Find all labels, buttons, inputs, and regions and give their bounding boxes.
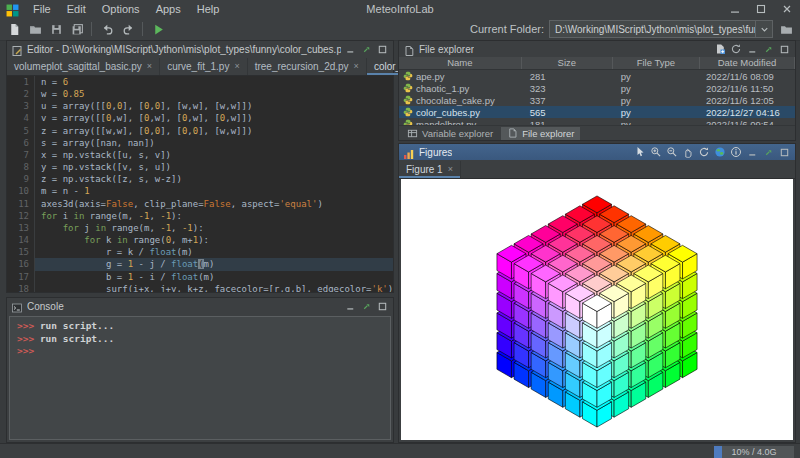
float-button[interactable] [359,43,373,56]
code-line[interactable]: 11axes3d(axis=False, clip_plane=False, a… [7,198,393,210]
new-page-button[interactable] [713,43,727,56]
file-table-header: NameSizeFile TypeDate Modified [399,57,795,70]
code-line[interactable]: 15 r = k / float(m) [7,246,393,258]
tab-close-icon[interactable]: × [234,62,239,71]
console-line: >>> run script... [17,333,390,346]
maximize-button[interactable] [777,43,791,56]
code-line[interactable]: 7x = np.vstack([u, s, v]) [7,149,393,161]
column-header-date-modified[interactable]: Date Modified [700,57,795,69]
menu-help[interactable]: Help [189,0,228,18]
new-file-button[interactable] [5,20,24,38]
page-icon [403,45,415,57]
file-name-cell: chocolate_cake.py [399,95,522,106]
code-line[interactable]: 17 b = 1 - i / float(m) [7,271,393,283]
rotate-button[interactable] [697,146,711,159]
file-row[interactable]: ape.py281py2022/11/6 08:09 [399,70,795,82]
refresh-button[interactable] [729,43,743,56]
figure-canvas[interactable] [401,179,793,440]
float-button[interactable] [761,146,775,159]
run-button[interactable] [149,20,168,38]
float-button[interactable] [359,300,373,313]
code-line[interactable]: 2w = 0.85 [7,88,393,100]
pointer-button[interactable] [633,146,647,159]
maximize-button[interactable] [375,300,389,313]
current-folder-combo[interactable]: D:\Working\MIScript\Jython\mis\plot_type… [549,20,773,38]
float-button[interactable] [761,43,775,56]
file-row[interactable]: chaotic_1.py323py2022/11/6 11:50 [399,82,795,94]
pan-button[interactable] [681,146,695,159]
code-line[interactable]: 10m = n - 1 [7,185,393,197]
maximize-button[interactable] [375,43,389,56]
toolbar-separator [142,22,143,36]
editor-tab[interactable]: curve_fit_1.py× [160,58,248,75]
open-folder-button[interactable] [26,20,45,38]
code-line[interactable]: 8y = np.vstack([v, s, u]) [7,161,393,173]
editor-tab-bar: volumeplot_sagittal_basic.py×curve_fit_1… [7,57,393,76]
code-line[interactable]: 18 surf(i+x, j+y, k+z, facecolor=[r,g,b]… [7,283,393,292]
maximize-icon [779,44,790,55]
win-maximize-button[interactable] [748,0,774,18]
code-editor[interactable]: 1n = 62w = 0.853u = array([[0,0], [0,0],… [7,76,393,292]
code-line[interactable]: 16 g = 1 - j / float(m) [7,258,393,270]
zoom-out-button[interactable] [665,146,679,159]
code-line[interactable]: 4v = array([[0,w], [0,w], [0,w], [0,w]]) [7,112,393,124]
tab-close-icon[interactable]: × [354,62,359,71]
bottom-tab-file-explorer[interactable]: File explorer [501,127,580,140]
code-line[interactable]: 9z = np.vstack([z, s, w-z]) [7,173,393,185]
minimize-button[interactable] [343,43,357,56]
code-line[interactable]: 14 for k in range(0, m+1): [7,234,393,246]
undo-button[interactable] [98,20,117,38]
chevron-down-icon[interactable] [755,21,772,37]
minimize-button[interactable] [343,300,357,313]
win-close-button[interactable] [774,0,800,18]
maximize-button[interactable] [777,146,791,159]
column-header-name[interactable]: Name [399,57,522,69]
editor-tab[interactable]: volumeplot_sagittal_basic.py× [7,58,160,75]
info-button[interactable] [729,146,743,159]
menu-apps[interactable]: Apps [148,0,189,18]
chevron-down-icon [759,24,770,35]
globe-button[interactable] [713,146,727,159]
console-line: >>> run script... [17,320,390,333]
menu-file[interactable]: File [25,0,59,18]
figure-tab[interactable]: Figure 1× [399,161,461,178]
file-type: py [613,95,700,106]
code-text: z = np.vstack([z, s, w-z]) [35,173,393,185]
tab-close-icon[interactable]: × [448,165,453,174]
minimize-button[interactable] [745,146,759,159]
menu-options[interactable]: Options [94,0,148,18]
minimize-button[interactable] [745,43,759,56]
file-modified: 2022/11/6 11:50 [700,83,795,94]
open-folder-icon [29,23,42,36]
menu-edit[interactable]: Edit [59,0,94,18]
file-row[interactable]: color_cubes.py565py2022/12/27 04:16 [399,106,795,118]
console-glyph-icon [11,302,23,314]
code-line[interactable]: 6s = array([nan, nan]) [7,137,393,149]
redo-icon [122,23,135,36]
file-row[interactable]: chocolate_cake.py337py2022/11/6 12:05 [399,94,795,106]
redo-button[interactable] [119,20,138,38]
code-text: w = 0.85 [35,88,393,100]
browse-folder-button[interactable] [776,20,796,38]
info-icon [730,146,742,158]
code-line[interactable]: 3u = array([[0,0], [0,0], [w,w], [w,w]]) [7,100,393,112]
win-minimize-button[interactable] [722,0,748,18]
console-output[interactable]: >>> run script...>>> run script...>>> [9,316,391,440]
column-header-size[interactable]: Size [522,57,613,69]
save-all-button[interactable] [68,20,87,38]
file-table: ape.py281py2022/11/6 08:09chaotic_1.py32… [399,70,795,130]
tab-close-icon[interactable]: × [147,62,152,71]
bottom-tab-variable-explorer[interactable]: Variable explorer [401,127,499,140]
save-button[interactable] [47,20,66,38]
zoom-in-button[interactable] [649,146,663,159]
code-line[interactable]: 13 for j in range(m, -1, -1): [7,222,393,234]
editor-panel-header: Editor - D:\Working\MIScript\Jython\mis\… [7,41,393,57]
editor-panel-controls [341,43,389,56]
current-folder-value[interactable]: D:\Working\MIScript\Jython\mis\plot_type… [550,24,755,35]
code-line[interactable]: 1n = 6 [7,76,393,88]
code-line[interactable]: 12for i in range(m, -1, -1): [7,210,393,222]
new-page-icon [714,43,726,55]
column-header-file-type[interactable]: File Type [613,57,700,69]
code-line[interactable]: 5z = array([[w,w], [0,0], [0,0], [w,w]]) [7,125,393,137]
editor-tab[interactable]: tree_recursion_2d.py× [248,58,367,75]
